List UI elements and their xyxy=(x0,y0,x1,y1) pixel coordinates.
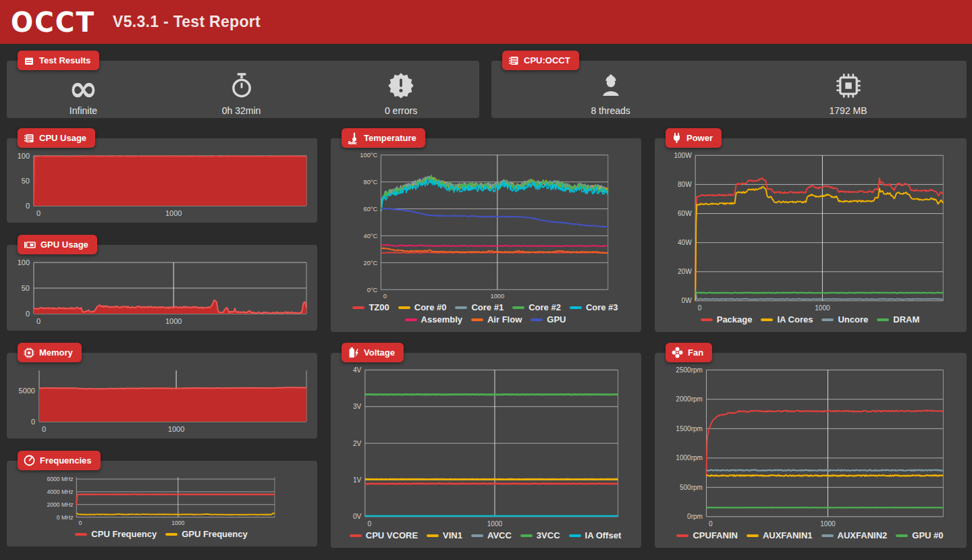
svg-text:0W: 0W xyxy=(682,297,693,304)
svg-text:0: 0 xyxy=(26,202,30,210)
legend-color-dash xyxy=(676,534,688,537)
svg-text:40°C: 40°C xyxy=(363,233,377,240)
stopwatch-icon xyxy=(230,72,253,102)
frequencies-badge-label: Frequencies xyxy=(40,455,92,466)
memory-badge-label: Memory xyxy=(39,347,73,358)
error-badge-icon xyxy=(387,72,414,102)
svg-text:5000: 5000 xyxy=(19,387,35,395)
legend-series-label: CPUFANIN xyxy=(693,530,737,540)
legend-color-dash xyxy=(747,534,759,537)
test-duration-mode: ∞ Infinite xyxy=(69,72,98,116)
frequencies-panel: Frequencies 0 MHz2000 MHz4000 MHz6000 MH… xyxy=(7,461,317,547)
gpu-usage-badge-label: GPU Usage xyxy=(40,240,88,250)
legend-color-dash xyxy=(520,534,533,537)
memory-chip-icon xyxy=(836,72,861,102)
fan-badge: Fan xyxy=(666,343,712,362)
test-mode-label: Infinite xyxy=(70,105,97,116)
legend-item: TZ00 xyxy=(352,302,389,312)
legend-item: AUXFANIN2 xyxy=(821,530,888,540)
legend-series-label: Core #2 xyxy=(529,302,561,312)
svg-text:100: 100 xyxy=(18,152,30,160)
legend-color-dash xyxy=(405,318,417,321)
legend-series-label: Core #3 xyxy=(586,302,618,312)
occt-logo: OCCT xyxy=(11,6,95,38)
legend-item: Core #2 xyxy=(512,302,561,312)
memory-amount-info: 1792 MB xyxy=(830,72,867,116)
svg-text:50: 50 xyxy=(22,177,30,185)
legend-color-dash xyxy=(761,318,773,321)
legend-item: VIN1 xyxy=(427,530,462,540)
memory-badge: Memory xyxy=(18,343,82,362)
legend-color-dash xyxy=(821,318,834,321)
legend-item: 3VCC xyxy=(520,530,560,540)
svg-text:1000: 1000 xyxy=(165,317,182,325)
legend-series-label: CPU VCORE xyxy=(366,530,418,540)
test-errors: 0 errors xyxy=(385,72,417,116)
svg-text:0: 0 xyxy=(36,317,40,325)
infinity-icon: ∞ xyxy=(69,75,98,102)
test-errors-label: 0 errors xyxy=(385,105,417,116)
page-title: V5.3.1 - Test Report xyxy=(113,13,261,31)
legend-series-label: GPU Frequency xyxy=(182,529,248,539)
svg-text:4V: 4V xyxy=(353,366,362,374)
legend-item: Air Flow xyxy=(471,314,522,325)
svg-text:0: 0 xyxy=(698,304,702,312)
cpu-usage-panel: CPU Usage 05010001000 xyxy=(7,138,317,223)
legend-item: Package xyxy=(701,314,753,325)
power-panel: Power 0W20W40W60W80W100W01000PackageIA C… xyxy=(655,138,967,332)
fan-badge-label: Fan xyxy=(688,347,703,358)
legend-series-label: AUXFANIN1 xyxy=(763,530,813,540)
legend-color-dash xyxy=(165,533,178,536)
frequencies-chart: 0 MHz2000 MHz4000 MHz6000 MHz01000 xyxy=(9,473,313,528)
legend-series-label: Package xyxy=(717,314,753,325)
legend-series-label: Core #0 xyxy=(414,302,447,312)
svg-text:3V: 3V xyxy=(353,403,362,410)
voltage-badge-label: Voltage xyxy=(364,347,395,358)
memory-chart: 0500001000 xyxy=(9,365,313,436)
svg-text:40W: 40W xyxy=(678,239,692,246)
svg-text:100W: 100W xyxy=(674,152,692,159)
legend-color-dash xyxy=(569,534,581,537)
svg-text:100: 100 xyxy=(18,258,30,267)
svg-text:80W: 80W xyxy=(678,181,692,188)
svg-text:0: 0 xyxy=(383,293,387,300)
legend-color-dash xyxy=(701,318,713,321)
legend-color-dash xyxy=(75,533,87,536)
memory-chip-icon xyxy=(24,347,34,358)
cpu-chip-icon xyxy=(508,55,519,66)
legend-item: Core #3 xyxy=(570,302,618,312)
svg-text:2000 MHz: 2000 MHz xyxy=(47,501,73,508)
cpu-occt-badge-label: CPU:OCCT xyxy=(524,55,570,65)
svg-text:80°C: 80°C xyxy=(363,179,377,186)
test-elapsed-time: 0h 32min xyxy=(222,72,261,116)
legend-item: Assembly xyxy=(405,314,462,325)
fan-legend: CPUFANINAUXFANIN1AUXFANIN2GPU #0 xyxy=(657,530,963,545)
legend-color-dash xyxy=(350,534,362,537)
test-results-icon xyxy=(24,55,34,66)
legend-color-dash xyxy=(398,306,410,309)
fan-panel: Fan 0rpm500rpm1000rpm1500rpm2000rpm2500r… xyxy=(655,353,967,548)
legend-series-label: GPU xyxy=(547,314,566,325)
svg-text:60°C: 60°C xyxy=(363,206,377,213)
gpu-usage-panel: GPU Usage 05010001000 xyxy=(7,245,317,331)
svg-text:2000rpm: 2000rpm xyxy=(676,395,703,403)
legend-series-label: IA Cores xyxy=(777,314,813,325)
legend-color-dash xyxy=(471,318,483,321)
legend-series-label: Air Flow xyxy=(487,314,522,325)
svg-text:0: 0 xyxy=(367,520,371,528)
app-header: OCCT V5.3.1 - Test Report xyxy=(0,0,972,44)
gpu-card-icon xyxy=(24,240,36,250)
occt-report-window: OCCT V5.3.1 - Test Report Test Results ∞… xyxy=(0,0,972,560)
svg-text:1000: 1000 xyxy=(487,520,503,528)
cpu-usage-badge: CPU Usage xyxy=(18,128,95,148)
svg-text:4000 MHz: 4000 MHz xyxy=(47,488,73,495)
legend-color-dash xyxy=(455,306,467,309)
svg-text:0: 0 xyxy=(709,520,713,528)
svg-text:20W: 20W xyxy=(678,268,692,275)
legend-item: AVCC xyxy=(471,530,512,540)
cpu-occt-panel: CPU:OCCT 8 threads 1792 MB xyxy=(491,61,967,118)
svg-text:50: 50 xyxy=(22,284,30,292)
svg-text:0 MHz: 0 MHz xyxy=(57,514,74,521)
svg-text:6000 MHz: 6000 MHz xyxy=(47,476,73,482)
threads-info: 8 threads xyxy=(591,72,630,116)
